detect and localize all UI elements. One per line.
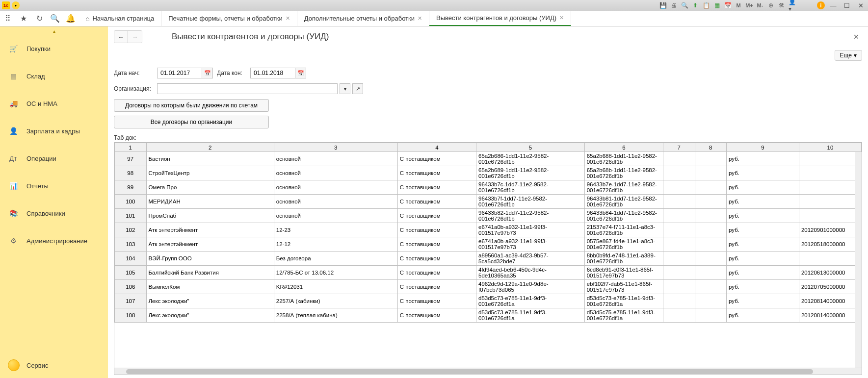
table-cell[interactable]: руб. [727, 209, 799, 223]
table-cell[interactable]: d53d5c73-e785-11e1-9df3-001e6726df1a [584, 294, 663, 308]
compare-icon[interactable]: ⬆ [691, 1, 699, 9]
preview-icon[interactable]: 🔍 [681, 1, 688, 9]
table-cell[interactable] [663, 209, 695, 223]
column-header[interactable]: 7 [663, 143, 695, 152]
table-cell[interactable]: 65a2b688-1dd1-11e2-9582-001e6726df1b [584, 152, 663, 166]
table-cell[interactable] [799, 209, 861, 223]
table-cell[interactable]: 20120814000000 [799, 308, 861, 323]
table-cell[interactable] [695, 252, 727, 266]
table-cell[interactable]: 96433b84-1dd7-11e2-9582-001e6726df1b [584, 209, 663, 223]
calendar-icon[interactable]: 📅 [202, 68, 212, 78]
table-cell[interactable]: руб. [727, 294, 799, 308]
table-cell[interactable]: e6741a0b-a932-11e1-99f3-001517e97b73 [476, 237, 585, 252]
table-cell[interactable]: руб. [727, 266, 799, 280]
table-cell[interactable]: 96433b81-1dd7-11e2-9582-001e6726df1b [584, 195, 663, 209]
notifications-icon[interactable]: 🔔 [63, 11, 79, 26]
calendar-icon[interactable]: 📅 [724, 1, 732, 9]
print-icon[interactable]: 🖨 [670, 1, 678, 9]
close-icon[interactable]: ✕ [418, 15, 422, 22]
table-cell[interactable]: С поставщиком [397, 223, 476, 237]
table-row[interactable]: 107Лекс эколоджи"2257/А (кабинки)С поста… [115, 294, 862, 308]
table-row[interactable]: 102Атк энтертэйнмент12-23С поставщикомe6… [115, 223, 862, 237]
m-memory-icon[interactable]: M [735, 1, 742, 9]
table-cell[interactable]: С поставщиком [397, 166, 476, 180]
table-cell[interactable] [663, 237, 695, 252]
table-cell[interactable] [695, 223, 727, 237]
column-header[interactable]: 4 [397, 143, 476, 152]
table-cell[interactable]: d53d5c73-e785-11e1-9df3-001e6726df1a [476, 294, 585, 308]
all-contracts-button[interactable]: Все договоры по организации [114, 116, 269, 128]
table-cell[interactable]: ВЭЙ-Групп ООО [146, 252, 274, 266]
sidebar-item-salary[interactable]: 👤Зарплата и кадры [0, 117, 108, 145]
minimize-button[interactable]: — [828, 1, 839, 10]
table-row[interactable]: 104ВЭЙ-Групп ОООБез договораС поставщико… [115, 252, 862, 266]
table-row[interactable]: 105Балтийский Банк Развития12/785-БС от … [115, 266, 862, 280]
table-cell[interactable]: 96433b82-1dd7-11e2-9582-001e6726df1b [476, 209, 585, 223]
table-cell[interactable]: 4962dc9d-129a-11e0-9d8e-f07bcb73d065 [476, 280, 585, 294]
table-cell[interactable]: KR#12031 [274, 280, 397, 294]
table-cell[interactable]: руб. [727, 166, 799, 180]
tab-contracts-uid[interactable]: Вывести контрагентов и договоры (УИД) ✕ [429, 11, 571, 26]
table-row[interactable]: 106ВымпелКомKR#12031С поставщиком4962dc9… [115, 280, 862, 294]
table-cell[interactable]: С поставщиком [397, 195, 476, 209]
table-cell[interactable]: 20120814000000 [799, 294, 861, 308]
apps-icon[interactable]: ⠿ [0, 11, 16, 26]
table-cell[interactable] [663, 280, 695, 294]
tab-additional-reports[interactable]: Дополнительные отчеты и обработки ✕ [297, 11, 429, 26]
table-cell[interactable]: 12-23 [274, 223, 397, 237]
tools-icon[interactable]: 🛠 [778, 1, 786, 9]
horizontal-scrollbar[interactable] [114, 368, 862, 375]
table-cell[interactable]: руб. [727, 252, 799, 266]
table-cell[interactable]: 20120518000000 [799, 237, 861, 252]
table-cell[interactable]: 96433b7c-1dd7-11e2-9582-001e6726df1b [476, 180, 585, 195]
table-cell[interactable] [663, 195, 695, 209]
table-row[interactable]: 100МЕРИДИАНосновнойС поставщиком96433b7f… [115, 195, 862, 209]
sidebar-item-catalogs[interactable]: 📚Справочники [0, 200, 108, 227]
table-cell[interactable]: Лекс эколоджи" [146, 308, 274, 323]
table-cell[interactable] [663, 152, 695, 166]
table-cell[interactable] [695, 237, 727, 252]
table-cell[interactable]: 8bb0b9fd-e748-11e1-a389-001e6726df1b [584, 252, 663, 266]
sidebar-item-operations[interactable]: ДтОперации [0, 145, 108, 172]
table-cell[interactable]: СтройТехЦентр [146, 166, 274, 180]
app-menu-icon[interactable]: ▾ [12, 1, 20, 9]
sidebar-item-admin[interactable]: ⚙Администрирование [0, 227, 108, 254]
table-cell[interactable]: МЕРИДИАН [146, 195, 274, 209]
table-cell[interactable]: основной [274, 209, 397, 223]
contracts-with-movements-button[interactable]: Договоры по которым были движения по сче… [114, 99, 269, 112]
table-cell[interactable]: Балтийский Банк Развития [146, 266, 274, 280]
table-cell[interactable] [695, 294, 727, 308]
table-cell[interactable]: руб. [727, 237, 799, 252]
sidebar-item-service[interactable]: Сервис [0, 353, 108, 378]
sidebar-collapse-icon[interactable]: ▴ [0, 28, 108, 35]
table-cell[interactable]: 65a2b689-1dd1-11e2-9582-001e6726df1b [476, 166, 585, 180]
table-cell[interactable]: ebf102f7-dab5-11e1-865f-001517e97b73 [584, 280, 663, 294]
close-window-button[interactable]: ✕ [855, 1, 866, 10]
calendar-icon[interactable]: 📅 [295, 68, 306, 78]
table-cell[interactable]: С поставщиком [397, 252, 476, 266]
table-cell[interactable]: a89560a1-ac39-4d23-9b57-5ca5cd32bde7 [476, 252, 585, 266]
table-cell[interactable]: 65a2b68b-1dd1-11e2-9582-001e6726df1b [584, 166, 663, 180]
column-header[interactable]: 8 [695, 143, 727, 152]
favorite-icon[interactable]: ★ [16, 11, 31, 26]
table-cell[interactable]: 4fd94aed-beb6-450c-9d4c-5de10365aa35 [476, 266, 585, 280]
table-cell[interactable]: основной [274, 180, 397, 195]
table-cell[interactable]: 96433b7f-1dd7-11e2-9582-001e6726df1b [476, 195, 585, 209]
maximize-button[interactable]: ☐ [842, 1, 852, 10]
table-cell[interactable]: 12-12 [274, 237, 397, 252]
zoom-icon[interactable]: ⊕ [767, 1, 775, 9]
table-cell[interactable] [663, 166, 695, 180]
sidebar-item-assets[interactable]: 🚚ОС и НМА [0, 90, 108, 117]
table-cell[interactable]: 12/785-БС от 13.06.12 [274, 266, 397, 280]
table-cell[interactable]: основной [274, 195, 397, 209]
table-cell[interactable] [695, 180, 727, 195]
column-header[interactable]: 10 [799, 143, 861, 152]
table-cell[interactable] [695, 266, 727, 280]
table-cell[interactable]: Лекс эколоджи" [146, 294, 274, 308]
table-cell[interactable]: руб. [727, 280, 799, 294]
table-cell[interactable] [695, 280, 727, 294]
table-cell[interactable]: d53d5c73-e785-11e1-9df3-001e6726df1a [476, 308, 585, 323]
table-cell[interactable]: С поставщиком [397, 180, 476, 195]
sidebar-item-warehouse[interactable]: ▦Склад [0, 62, 108, 90]
table-cell[interactable]: 96433b7e-1dd7-11e2-9582-001e6726df1b [584, 180, 663, 195]
